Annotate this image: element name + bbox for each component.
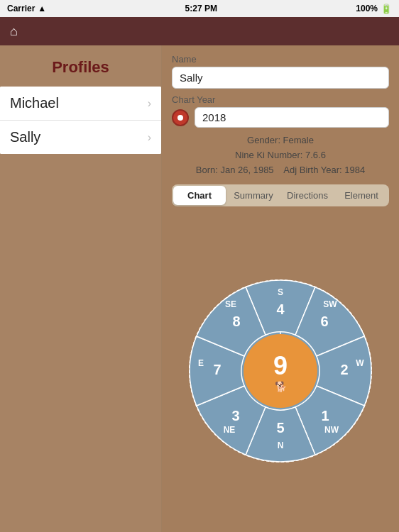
status-right: 100% 🔋	[356, 4, 392, 14]
wifi-icon: ▲	[38, 4, 46, 13]
num-w: 2	[340, 362, 348, 377]
tab-element[interactable]: Element	[335, 186, 388, 205]
sidebar-title: Profiles	[0, 45, 161, 87]
adj-birth-text: Adj Birth Year: 1984	[283, 165, 365, 175]
chevron-right-icon-michael: ›	[148, 97, 151, 110]
dir-w: W	[356, 358, 364, 368]
name-input[interactable]	[172, 67, 389, 89]
chart-year-row	[172, 107, 389, 128]
info-text: Gender: Female Nine Ki Number: 7.6.6 Bor…	[172, 133, 389, 177]
wheel-container: 9 🐕 S 4 SW 6 W 2 NW 1 N 5	[172, 218, 389, 523]
dir-ne: NE	[224, 425, 236, 435]
num-ne: 3	[231, 408, 239, 423]
nine-ki-text: Nine Ki Number: 7.6.6	[235, 150, 326, 160]
name-label: Name	[172, 54, 389, 65]
born-text: Born: Jan 26, 1985	[196, 165, 274, 175]
num-se: 8	[232, 314, 240, 329]
gender-text: Gender: Female	[247, 135, 314, 145]
status-bar: Carrier ▲ 5:27 PM 100% 🔋	[0, 0, 399, 17]
num-sw: 6	[320, 314, 328, 329]
dir-n: N	[278, 440, 284, 450]
status-time: 5:27 PM	[185, 4, 217, 13]
chart-year-label: Chart Year	[172, 94, 389, 105]
carrier-label: Carrier	[7, 4, 35, 13]
num-s: 4	[276, 301, 285, 317]
record-btn-inner	[177, 115, 183, 121]
num-n: 5	[276, 420, 284, 436]
dir-nw: NW	[324, 425, 339, 435]
tab-directions[interactable]: Directions	[281, 186, 334, 205]
tabs-row: Chart Summary Directions Element	[172, 184, 389, 206]
num-nw: 1	[321, 408, 329, 423]
status-left: Carrier ▲	[7, 4, 46, 13]
profile-item-sally[interactable]: Sally ›	[0, 121, 161, 154]
nav-bar: ⌂	[0, 17, 399, 45]
num-e: 7	[213, 362, 221, 377]
dir-sw: SW	[323, 299, 337, 309]
battery-icon: 🔋	[381, 4, 392, 14]
profile-name-sally: Sally	[10, 129, 40, 145]
chevron-right-icon-sally: ›	[148, 131, 151, 144]
main-container: Profiles Michael › Sally › Name Chart Ye…	[0, 45, 399, 532]
home-icon[interactable]: ⌂	[10, 24, 18, 39]
sidebar: Profiles Michael › Sally ›	[0, 45, 162, 532]
animal-icon: 🐕	[275, 380, 288, 392]
dir-se: SE	[225, 299, 236, 309]
tab-summary[interactable]: Summary	[227, 186, 280, 205]
battery-label: 100%	[356, 4, 378, 13]
profile-list: Michael › Sally ›	[0, 87, 161, 154]
record-button[interactable]	[172, 109, 189, 126]
dir-s: S	[278, 287, 283, 297]
chart-year-input[interactable]	[195, 107, 389, 128]
profile-item-michael[interactable]: Michael ›	[0, 87, 161, 121]
bagua-wheel: 9 🐕 S 4 SW 6 W 2 NW 1 N 5	[185, 275, 376, 467]
profile-name-michael: Michael	[10, 95, 59, 111]
dir-e: E	[198, 358, 204, 368]
detail-panel: Name Chart Year Gender: Female Nine Ki N…	[162, 45, 399, 532]
center-number: 9	[273, 350, 288, 379]
tab-chart[interactable]: Chart	[173, 186, 226, 205]
